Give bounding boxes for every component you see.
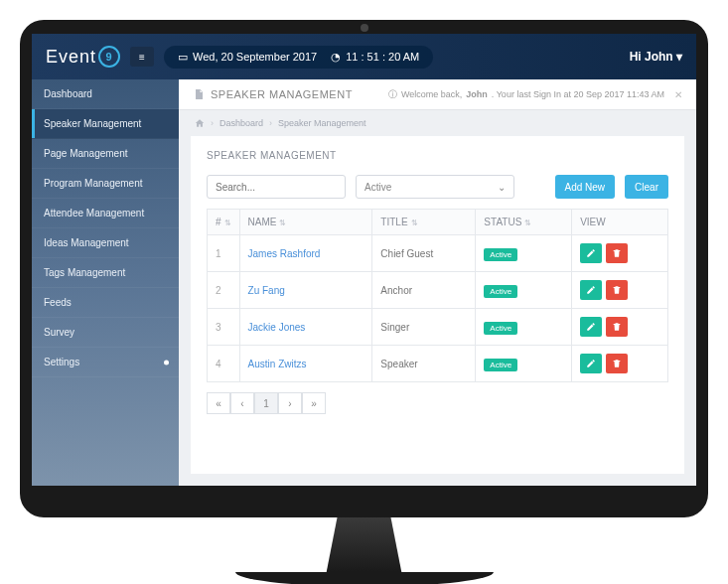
sidebar-item-label: Feeds (44, 297, 72, 308)
logo: Event 9 (46, 46, 120, 68)
table-row: 4Austin ZwitzsSpeakerActive (208, 346, 668, 382)
cell-actions (572, 272, 668, 309)
speakers-table: #⇅ NAME⇅ TITLE⇅ STATUS⇅ VIEW 1James Rash… (207, 209, 668, 382)
edit-button[interactable] (580, 317, 602, 337)
delete-button[interactable] (606, 243, 628, 263)
status-value: Active (364, 182, 391, 193)
crumb-dashboard[interactable]: Dashboard (219, 118, 263, 128)
col-label: TITLE (380, 217, 407, 227)
col-name[interactable]: NAME⇅ (239, 210, 372, 235)
home-icon[interactable] (195, 118, 205, 128)
col-view: VIEW (572, 210, 668, 235)
page-current[interactable]: 1 (254, 392, 278, 414)
close-icon[interactable]: ✕ (674, 89, 682, 100)
cell-status: Active (476, 235, 572, 272)
cell-index: 1 (208, 235, 240, 272)
top-bar: Event 9 ≡ ▭ Wed, 20 September 2017 ◔ 11 … (32, 34, 696, 79)
edit-button[interactable] (580, 354, 602, 373)
cell-status: Active (476, 309, 572, 346)
calendar-icon: ▭ (178, 51, 188, 64)
sidebar-item-ideas-management[interactable]: Ideas Management (32, 228, 179, 258)
pencil-icon (586, 357, 596, 371)
status-select[interactable]: Active ⌄ (356, 175, 514, 199)
welcome-prefix: Welcome back, (401, 89, 462, 99)
cell-actions (572, 309, 668, 346)
sidebar-item-survey[interactable]: Survey (32, 318, 179, 348)
sidebar-item-label: Page Management (44, 148, 128, 159)
trash-icon (612, 357, 622, 371)
cell-index: 2 (208, 272, 240, 309)
edit-button[interactable] (580, 280, 602, 300)
col-status[interactable]: STATUS⇅ (476, 210, 572, 235)
sidebar-item-label: Ideas Management (44, 237, 129, 248)
cell-title: Singer (372, 309, 476, 346)
clear-button[interactable]: Clear (625, 175, 668, 199)
cell-name: Austin Zwitzs (239, 346, 372, 382)
page-first[interactable]: « (207, 392, 230, 414)
sidebar-item-label: Survey (44, 327, 74, 338)
welcome-name: John (466, 89, 488, 99)
sidebar-item-label: Speaker Management (44, 118, 141, 129)
speaker-link[interactable]: James Rashford (248, 248, 321, 259)
chevron-right-icon: › (211, 118, 214, 128)
sidebar-item-label: Settings (44, 357, 79, 367)
filter-bar: Active ⌄ Add New Clear (191, 175, 684, 209)
welcome-suffix: . Your last Sign In at 20 Sep 2017 11:43… (492, 89, 664, 99)
info-icon: ⓘ (388, 88, 397, 101)
logo-badge: 9 (98, 46, 120, 68)
trash-icon (612, 246, 622, 261)
table-row: 1James RashfordChief GuestActive (208, 235, 668, 272)
sidebar-item-label: Program Management (44, 178, 143, 189)
page-last[interactable]: » (302, 392, 326, 414)
sidebar-item-page-management[interactable]: Page Management (32, 139, 179, 169)
page-header: SPEAKER MANAGEMENT ⓘ Welcome back, John … (179, 79, 696, 110)
pagination: « ‹ 1 › » (207, 392, 668, 414)
logo-text: Event (46, 47, 96, 68)
date-text: Wed, 20 September 2017 (193, 51, 317, 63)
delete-button[interactable] (606, 354, 628, 373)
sort-icon: ⇅ (411, 219, 418, 227)
sidebar-item-program-management[interactable]: Program Management (32, 169, 179, 199)
table-row: 3Jackie JonesSingerActive (208, 309, 668, 346)
cell-name: Jackie Jones (239, 309, 372, 346)
menu-toggle[interactable]: ≡ (130, 47, 154, 67)
trash-icon (612, 320, 622, 335)
delete-button[interactable] (606, 317, 628, 337)
table-row: 2Zu FangAnchorActive (208, 272, 668, 309)
breadcrumb: › Dashboard › Speaker Management (179, 110, 696, 136)
sidebar-item-speaker-management[interactable]: Speaker Management (32, 109, 179, 139)
search-input[interactable] (207, 175, 346, 199)
select-caret-icon: ⌄ (498, 182, 506, 193)
speaker-link[interactable]: Austin Zwitzs (248, 359, 307, 369)
speaker-link[interactable]: Zu Fang (248, 285, 285, 296)
status-badge: Active (484, 248, 517, 261)
user-menu[interactable]: Hi John ▾ (630, 50, 682, 64)
col-label: VIEW (580, 217, 606, 227)
sort-icon: ⇅ (524, 219, 531, 227)
content-panel: SPEAKER MANAGEMENT Active ⌄ Add New Clea… (191, 136, 684, 474)
status-badge: Active (484, 322, 517, 335)
sidebar-item-feeds[interactable]: Feeds (32, 288, 179, 318)
add-new-button[interactable]: Add New (555, 175, 616, 199)
greeting-text: Hi John (630, 50, 673, 64)
sidebar-item-tags-management[interactable]: Tags Management (32, 258, 179, 288)
welcome-message: ⓘ Welcome back, John . Your last Sign In… (388, 88, 664, 101)
cell-status: Active (476, 346, 572, 382)
cell-title: Anchor (372, 272, 476, 309)
edit-button[interactable] (580, 243, 602, 263)
cell-title: Speaker (372, 346, 476, 382)
clock-icon: ◔ (331, 51, 341, 64)
col-title[interactable]: TITLE⇅ (372, 210, 476, 235)
sidebar-item-attendee-management[interactable]: Attendee Management (32, 199, 179, 228)
cell-name: Zu Fang (239, 272, 372, 309)
page-next[interactable]: › (278, 392, 302, 414)
sidebar-item-settings[interactable]: Settings (32, 348, 179, 377)
speaker-link[interactable]: Jackie Jones (248, 322, 306, 333)
col-index[interactable]: #⇅ (208, 210, 240, 235)
sidebar-item-dashboard[interactable]: Dashboard (32, 79, 179, 109)
delete-button[interactable] (606, 280, 628, 300)
chevron-right-icon: › (269, 118, 272, 128)
col-label: NAME (248, 217, 277, 227)
page-prev[interactable]: ‹ (230, 392, 254, 414)
trash-icon (612, 283, 622, 298)
